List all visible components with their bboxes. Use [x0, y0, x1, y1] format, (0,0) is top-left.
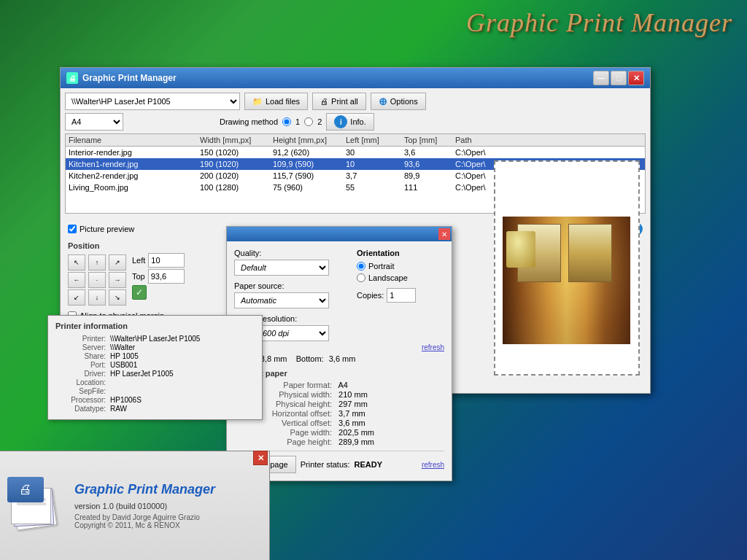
maximize-button[interactable]: □ [611, 71, 627, 85]
about-version: version 1.0 (build 010000) [74, 502, 262, 510]
horiz-offset-row: Horizontal offset: 3,7 mm [234, 409, 444, 418]
printer-info-row: Driver: HP LaserJet P1005 [55, 370, 255, 378]
pos-bottom-button[interactable]: ↓ [88, 289, 106, 306]
phys-height-row: Physical height: 297 mm [234, 400, 444, 408]
app-icon: 🖨 [66, 72, 78, 84]
position-grid: ↖ ↑ ↗ ← · → ↙ ↓ ↘ [68, 254, 128, 306]
printer-info-row: Processor: HP1006S [55, 396, 255, 404]
logo-printer-icon: 🖨 [7, 477, 44, 502]
printer-info-row: Server: \\Walter [55, 343, 255, 351]
about-panel: 🖨 Graphic Print Manager version 1.0 (bui… [0, 451, 270, 560]
about-title: Graphic Print Manager [74, 482, 262, 497]
paper-format-row: Paper format: A4 [234, 381, 444, 389]
quality-top: Quality: Default Paper source: Automatic… [234, 249, 444, 341]
quality-dialog-header: ✕ [227, 227, 452, 241]
margin-info-row: Right: 3,8 mm Bottom: 3,6 mm [234, 354, 444, 363]
landscape-radio[interactable] [357, 273, 365, 282]
orientation-group: Orientation Portrait Landscape Copies: [357, 249, 444, 341]
picture-preview-checkbox[interactable] [68, 225, 77, 233]
pos-topleft-button[interactable]: ↖ [68, 254, 85, 271]
load-files-button[interactable]: 📁 Load files [244, 93, 308, 110]
file-list-header: Filename Width [mm,px] Height [mm,px] Le… [66, 134, 645, 147]
pos-bottomright-button[interactable]: ↘ [109, 289, 126, 306]
pos-topright-button[interactable]: ↗ [109, 254, 126, 271]
pos-bottomleft-button[interactable]: ↙ [68, 289, 85, 306]
printer-info-row: SepFile: [55, 387, 255, 395]
orientation-label: Orientation [357, 249, 444, 257]
position-fields: Left Top ✓ [132, 252, 185, 308]
close-icon: ✕ [633, 74, 640, 83]
portrait-radio[interactable] [357, 262, 365, 271]
printer-info-row: Port: USB001 [55, 361, 255, 369]
paper-source-label: Paper source: [234, 281, 349, 290]
close-icon: ✕ [258, 454, 264, 463]
cabinet-2 [568, 224, 612, 282]
folder-icon: 📁 [252, 97, 263, 106]
refresh-row-1: refresh [234, 343, 444, 351]
about-credit-1: Created by David Jorge Aguirre Grazio [74, 513, 262, 521]
page-width-row: Page width: 202,5 mm [234, 428, 444, 437]
titlebar-left: 🖨 Graphic Print Manager [66, 72, 177, 84]
quality-close-button[interactable]: ✕ [438, 228, 450, 240]
drawing-method-group: Drawing method 1 2 [220, 117, 322, 126]
info-icon: i [334, 115, 347, 128]
window-titlebar: 🖨 Graphic Print Manager — □ ✕ [61, 68, 650, 88]
printer-select[interactable]: \\Walter\HP LaserJet P1005 [65, 93, 240, 110]
logo-image: 🖨 [7, 477, 62, 532]
quality-select[interactable]: Default [234, 260, 329, 276]
refresh-link-2[interactable]: refresh [422, 461, 444, 469]
about-close-button[interactable]: ✕ [253, 451, 268, 465]
vert-offset-row: Vertical offset: 3,6 mm [234, 419, 444, 427]
pos-right-button[interactable]: → [109, 272, 126, 288]
preview-image [503, 217, 630, 344]
paper-source-select[interactable]: Automatic [234, 292, 329, 308]
copies-row: Copies: [357, 288, 444, 303]
paper-select[interactable]: A4 [65, 113, 123, 131]
pos-top-button[interactable]: ↑ [88, 254, 106, 271]
drawing-method-2-radio[interactable] [304, 117, 313, 126]
printer-icon: 🖨 [320, 97, 328, 106]
logo-line-3 [17, 502, 46, 505]
picture-preview-check-group: Picture preview [68, 225, 134, 233]
top-input[interactable] [148, 269, 185, 284]
titlebar-buttons: — □ ✕ [593, 71, 644, 85]
maximize-icon: □ [616, 74, 622, 82]
current-paper-section: Current paper Paper format: A4 Physical … [234, 369, 444, 446]
info-button[interactable]: i Info. [326, 113, 374, 131]
toolbar-row-1: \\Walter\HP LaserJet P1005 📁 Load files … [65, 93, 646, 110]
landscape-radio-group: Landscape [357, 273, 444, 282]
printer-info-title: Printer information [55, 322, 255, 330]
printer-info-row: Printer: \\Walter\HP LaserJet P1005 [55, 335, 255, 343]
close-icon: ✕ [441, 230, 447, 238]
printer-info-row: Datatype: RAW [55, 405, 255, 413]
options-button[interactable]: ⊕ Options [371, 93, 426, 110]
page-height-row: Page height: 289,9 mm [234, 438, 444, 446]
file-row[interactable]: Interior-render.jpg 150 (1020) 91,2 (620… [66, 147, 645, 158]
minimize-button[interactable]: — [593, 71, 609, 85]
background-app-title: Graphic Print Manager [466, 7, 732, 38]
arch-element [506, 231, 535, 268]
pos-left-button[interactable]: ← [68, 272, 85, 288]
about-credit-2: Copyright © 2011, Mc & RENOX [74, 521, 262, 529]
phys-width-row: Physical width: 210 mm [234, 390, 444, 399]
pos-center-button[interactable]: · [88, 272, 106, 288]
left-field-row: Left [132, 253, 185, 268]
window-title: Graphic Print Manager [82, 73, 177, 83]
copies-input[interactable] [387, 288, 416, 303]
drawing-method-1-radio[interactable] [282, 117, 291, 126]
print-all-button[interactable]: 🖨 Print all [312, 93, 366, 110]
minimize-icon: — [597, 74, 605, 82]
plus-icon: ⊕ [379, 96, 387, 107]
printer-info-row: Location: [55, 378, 255, 386]
app-logo: 🖨 [7, 477, 66, 535]
top-field-row: Top [132, 269, 185, 284]
refresh-link-1[interactable]: refresh [422, 343, 444, 351]
printer-info-panel: Printer information Printer: \\Walter\HP… [47, 315, 263, 420]
left-input[interactable] [148, 253, 185, 268]
toolbar-row-2: A4 Drawing method 1 2 i Info. [65, 113, 646, 131]
portrait-radio-group: Portrait [357, 262, 444, 271]
about-text: Graphic Print Manager version 1.0 (build… [74, 482, 262, 529]
close-button[interactable]: ✕ [628, 71, 644, 85]
position-confirm-button[interactable]: ✓ [132, 285, 147, 300]
printer-info-row: Share: HP 1005 [55, 352, 255, 360]
